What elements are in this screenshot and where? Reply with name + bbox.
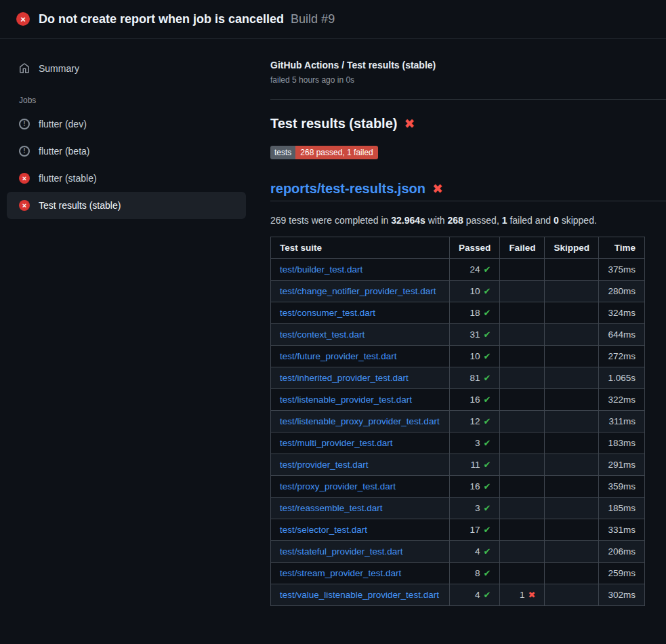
skipped-cell [545,411,599,432]
check-icon: ✔ [483,308,491,318]
passed-cell-value: 81 [470,373,480,383]
report-file-link[interactable]: reports/test-results.json [270,181,425,197]
time-cell: 324ms [598,302,644,324]
check-icon: ✔ [483,525,491,535]
passed-cell: 12✔ [450,411,500,432]
summary-text: with [425,215,448,226]
sidebar-item-flutter-dev[interactable]: ! flutter (dev) [7,110,246,138]
passed-cell: 3✔ [450,432,500,454]
failed-cell [500,519,545,541]
test-suite-link[interactable]: test/stateful_provider_test.dart [280,546,403,557]
summary-skipped-count: 0 [554,215,559,226]
badge-label: tests [270,146,295,159]
time-cell: 291ms [598,454,644,476]
test-suite-link[interactable]: test/proxy_provider_test.dart [280,481,396,491]
passed-cell-value: 11 [470,460,480,470]
check-icon: ✔ [483,568,491,578]
passed-cell-value: 16 [470,395,480,405]
job-label: Test results (stable) [39,199,121,212]
failed-cell [500,346,545,367]
test-suite-link[interactable]: test/stream_provider_test.dart [280,568,401,578]
test-suite-link[interactable]: test/consumer_test.dart [280,308,375,318]
skipped-cell [545,302,599,324]
summary-failed-count: 1 [502,215,507,226]
header: × Do not create report when job is cance… [0,0,666,39]
table-row: test/change_notifier_provider_test.dart1… [271,281,645,302]
failed-cell-value: 1 [520,590,525,600]
test-suite-link[interactable]: test/builder_test.dart [280,264,362,275]
failed-cell [500,498,545,519]
report-heading: reports/test-results.json ✖ [270,181,666,201]
test-suite-link[interactable]: test/context_test.dart [280,329,365,340]
failed-cell [500,432,545,454]
main-content: GitHub Actions / Test results (stable) f… [259,39,666,643]
test-suite-link[interactable]: test/multi_provider_test.dart [280,438,393,448]
check-run-page: × Do not create report when job is cance… [0,0,666,643]
skipped-cell [545,281,599,302]
skipped-cell [545,584,599,606]
test-suite-link[interactable]: test/provider_test.dart [280,460,369,470]
sidebar: Summary Jobs ! flutter (dev) ! flutter (… [0,39,259,643]
summary-line: 269 tests were completed in 32.964s with… [270,215,645,226]
table-row: test/consumer_test.dart18✔324ms [271,302,645,324]
test-suite-link[interactable]: test/future_provider_test.dart [280,351,397,361]
run-title: Do not create report when job is cancell… [39,12,284,26]
skipped-cell [545,519,599,541]
skipped-cell [545,324,599,346]
skipped-cell [545,367,599,389]
sidebar-item-flutter-stable[interactable]: × flutter (stable) [7,165,246,192]
check-icon: ✔ [483,503,491,513]
check-icon: ✔ [483,416,491,426]
test-suite-link[interactable]: test/selector_test.dart [280,525,367,535]
time-cell: 644ms [598,324,644,346]
test-suite-cell: test/reassemble_test.dart [271,498,450,519]
time-cell-value: 1.065s [608,373,636,383]
job-label: flutter (beta) [39,144,89,158]
skipped-cell [545,259,599,281]
time-cell: 359ms [598,476,644,498]
table-row: test/multi_provider_test.dart3✔183ms [271,432,645,454]
skipped-cell [545,498,599,519]
test-suite-cell: test/context_test.dart [271,324,450,346]
table-row: test/selector_test.dart17✔331ms [271,519,645,541]
passed-cell-value: 17 [470,525,480,535]
results-table-body: test/builder_test.dart24✔375mstest/chang… [271,259,645,606]
time-cell-value: 322ms [608,395,636,405]
test-suite-cell: test/inherited_provider_test.dart [271,367,450,389]
passed-cell: 24✔ [450,259,500,281]
passed-cell: 4✔ [450,584,500,606]
test-suite-link[interactable]: test/listenable_proxy_provider_test.dart [280,416,440,426]
test-suite-cell: test/provider_test.dart [271,454,450,476]
failed-cell [500,324,545,346]
check-icon: ✔ [483,460,491,470]
check-icon: ✔ [483,286,491,296]
sidebar-item-summary[interactable]: Summary [7,55,246,82]
passed-cell-value: 18 [470,308,480,318]
sidebar-item-test-results-stable[interactable]: × Test results (stable) [7,192,246,219]
time-cell-value: 291ms [608,460,636,470]
sidebar-item-flutter-beta[interactable]: ! flutter (beta) [7,138,246,165]
test-suite-link[interactable]: test/value_listenable_provider_test.dart [280,590,439,600]
check-icon: ✔ [483,351,491,361]
neutral-status-icon: ! [19,119,30,129]
table-row: test/reassemble_test.dart3✔185ms [271,498,645,519]
test-suite-link[interactable]: test/change_notifier_provider_test.dart [280,286,436,296]
section-title: Test results (stable) [270,116,397,132]
jobs-section-label: Jobs [7,82,246,110]
skipped-cell [545,389,599,411]
check-icon: ✔ [483,329,491,340]
test-suite-link[interactable]: test/listenable_provider_test.dart [280,395,412,405]
test-suite-link[interactable]: test/inherited_provider_test.dart [280,373,409,383]
skipped-cell [545,432,599,454]
check-icon: ✔ [483,264,491,275]
test-suite-cell: test/change_notifier_provider_test.dart [271,281,450,302]
test-suite-link[interactable]: test/reassemble_test.dart [280,503,383,513]
time-cell: 183ms [598,432,644,454]
section-heading: Test results (stable) ✖ [270,116,645,132]
time-cell: 375ms [598,259,644,281]
time-cell: 331ms [598,519,644,541]
time-cell-value: 644ms [608,329,636,340]
body-row: Summary Jobs ! flutter (dev) ! flutter (… [0,39,666,643]
test-suite-cell: test/future_provider_test.dart [271,346,450,367]
summary-passed-count: 268 [448,215,463,226]
